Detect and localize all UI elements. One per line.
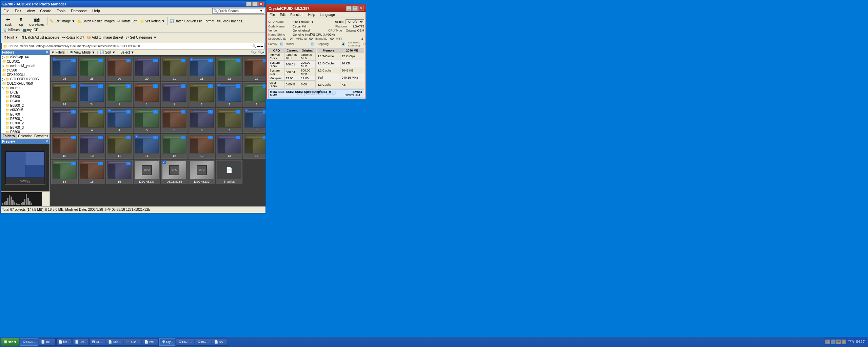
photo-cell[interactable]: i 5 <box>161 108 188 133</box>
crystal-minimize-button[interactable]: _ <box>346 6 352 11</box>
crystal-close-button[interactable]: ✕ <box>358 6 364 11</box>
photo-cell[interactable]: i 12 <box>189 134 215 159</box>
photo-cell[interactable]: i 4 <box>79 108 105 133</box>
batch-resize-button[interactable]: 📐 Batch Resize Images <box>77 19 116 23</box>
tree-item[interactable]: 📁 e6600s5 <box>1 108 50 112</box>
filters-button[interactable]: ▼ Filters <box>51 50 65 54</box>
photo-cell[interactable]: i 2 <box>189 82 215 107</box>
taskbar-btn-xbo[interactable]: 🎮 XBo... <box>124 338 141 346</box>
taskbar-btn-chi[interactable]: 📄 Chi... <box>73 338 89 346</box>
photo-cell[interactable]: i ✓8 <box>243 108 265 133</box>
photo-cell[interactable]: i 10 <box>51 134 78 159</box>
cpu-dropdown[interactable]: CPU/2 <box>346 19 364 24</box>
tree-item[interactable]: 📁 DICE <box>1 90 50 95</box>
photo-cell[interactable]: i 22 <box>243 57 265 81</box>
tray-icon-volume[interactable]: 🔊 <box>825 340 830 344</box>
photo-cell[interactable]: i 15 <box>79 160 105 184</box>
photo-cell[interactable]: i 1 <box>161 82 188 107</box>
menu-help[interactable]: Help <box>91 8 101 14</box>
zoom-in-icon[interactable]: 🔍+ <box>258 50 264 54</box>
tree-item[interactable]: ▷ 📁 c3b5vap144 <box>1 55 50 59</box>
taskbar-btn-101[interactable]: 📄 101... <box>39 338 56 346</box>
set-categories-button[interactable]: 🏷 Set Categories ▼ <box>125 35 158 40</box>
photo-cell[interactable]: i 5 <box>134 108 160 133</box>
photo-cell[interactable]: i 14 <box>51 160 78 184</box>
menu-tools[interactable]: Tools <box>55 8 67 14</box>
photo-cell[interactable]: i 10 <box>79 134 105 159</box>
tray-icon-power[interactable]: ⚡ <box>842 340 846 344</box>
photo-cell[interactable]: CPU ✓DSCN8238 <box>161 160 188 184</box>
preview-minimize-icon[interactable]: _ <box>43 140 45 143</box>
photo-cell[interactable]: i 1 <box>134 82 160 107</box>
photo-cell[interactable]: i ✓4 <box>106 108 133 133</box>
taskbar-btn-e670[interactable]: 🖼 E670... <box>176 338 194 346</box>
taskbar-btn-sa[interactable]: 📄 SA... <box>212 338 228 346</box>
photo-cell[interactable]: i ✓2 <box>216 82 242 107</box>
tree-item[interactable]: 📁 CBBN01 <box>1 59 50 64</box>
taskbar-btn-fxb[interactable]: 📄 fxb... <box>56 338 72 346</box>
select-button[interactable]: Select ▼ <box>120 50 134 54</box>
crystal-menu-help[interactable]: Help <box>307 12 317 17</box>
photo-cell[interactable]: i 13 <box>243 134 265 159</box>
crystal-menu-language[interactable]: Language <box>318 12 336 17</box>
tree-item[interactable]: ▷ 📁 COLORFUL7900G <box>1 77 50 81</box>
set-rating-button[interactable]: ⭐ Set Rating ▼ <box>139 19 166 23</box>
taskbar-btn-crystal[interactable]: 💎 Cry... <box>159 338 176 346</box>
photo-cell[interactable]: i 2 <box>243 82 265 107</box>
sort-button[interactable]: 🔃 Sort ▼ <box>100 50 116 54</box>
folder-tree[interactable]: ▷ 📁 c3b5vap144 📁 CBBN01 ▷ 📁 cedeneM_youa… <box>1 55 50 133</box>
photo-cell[interactable]: CPU DSCN8237 <box>134 160 160 184</box>
tray-icon-network[interactable]: 🌐 <box>831 340 835 344</box>
menu-file[interactable]: File <box>2 8 11 14</box>
up-button[interactable]: ⬆ Up <box>15 15 27 27</box>
tree-item[interactable]: 📁 COLORFUL7950 <box>1 81 50 86</box>
photo-cell[interactable]: i 11 <box>106 134 133 159</box>
crystal-menu-edit[interactable]: Edit <box>278 12 287 17</box>
tree-item[interactable]: 📁 E6700_1 <box>1 117 50 121</box>
tree-item[interactable]: 📁 E6500_2 <box>1 103 50 108</box>
menu-create[interactable]: Create <box>39 8 53 14</box>
tab-favorites[interactable]: Favorites <box>33 134 50 139</box>
scroll-icon-2[interactable]: ➡ <box>260 44 263 48</box>
back-button[interactable]: ⬅ Back <box>2 15 14 27</box>
tree-item[interactable]: 📁 E6700 <box>1 112 50 117</box>
photo-cell[interactable]: i 12 <box>161 134 188 159</box>
search-icon-2[interactable]: 🔍 <box>252 44 256 48</box>
preview-close-icon[interactable]: ✕ <box>45 140 48 143</box>
batch-convert-button[interactable]: 🔄 Batch Convert File Format <box>169 19 215 23</box>
photo-cell[interactable]: CPU DSCN8239 <box>189 160 215 184</box>
photo-cell[interactable]: i 25 <box>79 57 105 81</box>
restore-button[interactable]: □ <box>252 2 258 6</box>
intouch-button[interactable]: 📡 InTouch <box>2 28 21 32</box>
photo-cell[interactable]: i 1 <box>106 82 133 107</box>
crystal-menu-function[interactable]: Function <box>289 12 304 17</box>
view-mode-button[interactable]: 👁 View Mode ▼ <box>70 50 95 54</box>
minimize-button[interactable]: _ <box>246 2 252 6</box>
photo-cell[interactable]: i 15 <box>106 160 133 184</box>
photo-cell[interactable]: i 7 <box>216 108 242 133</box>
tab-folders[interactable]: Folders <box>1 134 17 139</box>
search-input[interactable] <box>239 9 260 13</box>
tree-item[interactable]: 📁 E6300 <box>1 95 50 99</box>
email-button[interactable]: ✉ E-mail Images... <box>216 19 246 23</box>
photo-cell[interactable]: i ✓25 <box>51 57 78 81</box>
tab-calendar[interactable]: Calendar <box>17 134 33 139</box>
tree-item-course[interactable]: ▽ 📁 course <box>1 86 50 90</box>
crystal-restore-button[interactable]: □ <box>352 6 358 11</box>
mylcd-button[interactable]: 📺 myLCD <box>21 28 39 32</box>
sidebar-minimize-icon[interactable]: _ <box>43 50 45 54</box>
taskbar-btn-co[interactable]: 🖼 CO... <box>90 338 105 346</box>
tray-icon-computer[interactable]: 💻 <box>836 340 841 344</box>
edit-image-button[interactable]: ✏️ Edit Image ▼ <box>49 19 76 23</box>
add-basket-button[interactable]: 🧺 Add to Image Basket <box>86 35 124 40</box>
photo-cell[interactable]: i 6 <box>189 108 215 133</box>
crystal-menu-file[interactable]: File <box>268 12 276 17</box>
taskbar-btn-coo[interactable]: 📄 Coo... <box>106 338 123 346</box>
photo-cell[interactable]: i 21 <box>161 57 188 81</box>
taskbar-btn-acdsee[interactable]: 🖼 E670... <box>20 338 38 346</box>
photo-cell[interactable]: i 24 <box>51 82 78 107</box>
menu-edit[interactable]: Edit <box>14 8 23 14</box>
menu-database[interactable]: Database <box>70 8 88 14</box>
menu-view[interactable]: View <box>25 8 36 14</box>
close-button[interactable]: ✕ <box>258 2 264 6</box>
